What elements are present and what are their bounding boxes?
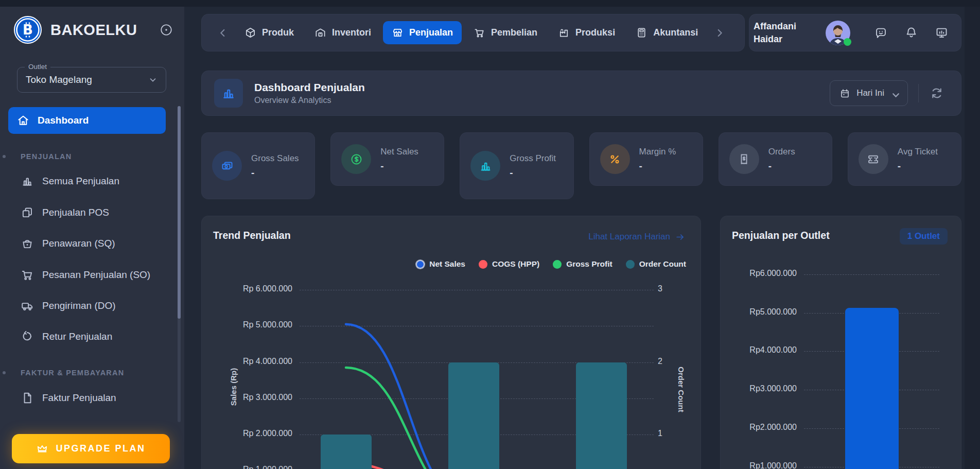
ticket-icon	[859, 144, 888, 174]
outlet-sales-bar	[845, 308, 899, 469]
tab-label: Akuntansi	[653, 27, 698, 38]
sidebar-item-label: Retur Penjualan	[42, 331, 112, 342]
sidebar-item-retur-penjualan[interactable]: Retur Penjualan	[12, 326, 167, 348]
online-status-dot	[844, 38, 851, 46]
tab-penjualan[interactable]: Penjualan	[383, 21, 462, 44]
outlet-ytick: Rp6.000.000	[721, 269, 797, 278]
kpi-card-gross-profit: Gross Profit -	[460, 132, 573, 199]
crown-icon	[36, 443, 48, 455]
kpi-label: Gross Sales	[251, 153, 299, 164]
percent-icon	[600, 144, 630, 174]
user-area: Affandani Haidar	[749, 14, 961, 51]
storefront-icon	[392, 27, 404, 39]
kpi-value: -	[639, 161, 676, 172]
section-bullet	[3, 371, 6, 374]
section-bullet	[3, 155, 6, 158]
trend-order-count-bar	[448, 362, 499, 469]
cart-icon	[474, 27, 485, 39]
kpi-card-margin: Margin % -	[589, 132, 703, 186]
quote-basket-icon	[21, 237, 34, 250]
tab-label: Pembelian	[491, 27, 537, 38]
chevron-down-icon	[148, 75, 157, 84]
date-filter-dropdown[interactable]: Hari Ini	[830, 80, 908, 106]
cart-icon	[21, 268, 34, 282]
kpi-label: Gross Profit	[510, 153, 556, 164]
kpi-card-gross-sales: Gross Sales -	[201, 132, 315, 199]
kpi-label: Avg Ticket	[898, 146, 938, 158]
svg-text:B: B	[23, 22, 33, 38]
kpi-value: -	[251, 167, 299, 179]
sidebar-item-dashboard[interactable]: Dashboard	[8, 107, 166, 134]
section-label: FAKTUR & PEMBAYARAN	[21, 369, 124, 377]
outlet-ytick: Rp4.000.000	[721, 345, 797, 355]
kpi-label: Net Sales	[380, 146, 418, 158]
tab-label: Produk	[262, 27, 294, 38]
kpi-card-net-sales: Net Sales -	[330, 132, 444, 186]
notifications-bell-icon[interactable]	[904, 26, 918, 40]
trend-order-count-bar	[321, 435, 372, 469]
sidebar: B BAKOELKU Outlet Toko Magelang Dashboar…	[0, 0, 184, 469]
tab-pembelian[interactable]: Pembelian	[465, 21, 546, 44]
display-monitor-icon[interactable]	[935, 26, 949, 40]
sidebar-scrollbar-thumb[interactable]	[178, 106, 181, 319]
kpi-value: -	[898, 161, 938, 172]
dollar-circle-icon	[341, 144, 371, 174]
sidebar-item-pengiriman-do[interactable]: Pengiriman (DO)	[12, 295, 167, 317]
kpi-card-avg-ticket: Avg Ticket -	[848, 132, 961, 186]
return-arrow-icon	[21, 330, 34, 343]
section-label: PENJUALAN	[21, 152, 72, 161]
tab-label: Inventori	[332, 27, 371, 38]
outlet-select-value: Toko Magelang	[26, 74, 148, 85]
sidebar-item-label: Faktur Penjualan	[42, 392, 116, 404]
cash-icon	[212, 151, 242, 181]
invoice-file-icon	[21, 391, 34, 405]
trend-order-count-bar	[576, 362, 627, 469]
tabs-scroll-left-icon[interactable]	[217, 27, 229, 39]
home-icon	[16, 114, 30, 127]
outlet-ytick: Rp1.000.000	[721, 461, 797, 469]
kpi-row: Gross Sales - Net Sales - Gross Profit -…	[201, 132, 961, 199]
kpi-value: -	[768, 161, 795, 172]
trend-chart-card: Trend Penjualan Lihat Laporan Harian Net…	[201, 216, 701, 469]
section-faktur-pembayaran: FAKTUR & PEMBAYARAN	[0, 369, 170, 377]
page-scrollbar-track[interactable]	[965, 0, 980, 469]
refresh-icon[interactable]	[929, 85, 944, 101]
pos-copy-icon	[21, 206, 34, 219]
tab-inventori[interactable]: Inventori	[306, 21, 380, 44]
tab-produk[interactable]: Produk	[236, 21, 303, 44]
sidebar-item-label: Pengiriman (DO)	[42, 300, 116, 311]
app-window: B BAKOELKU Outlet Toko Magelang Dashboar…	[0, 0, 980, 469]
tab-label: Produksi	[575, 27, 615, 38]
sidebar-item-semua-penjualan[interactable]: Semua Penjualan	[12, 170, 167, 192]
upgrade-plan-button[interactable]: UPGRADE PLAN	[12, 434, 170, 463]
chevron-down-icon	[890, 90, 898, 97]
outlet-ytick: Rp3.000.000	[721, 384, 797, 393]
sidebar-item-label: Pesanan Penjualan (SO)	[42, 269, 150, 281]
module-tabs-bar: Produk Inventori Penjualan Pembelian Pro…	[201, 14, 745, 51]
sidebar-item-pesanan-penjualan-so[interactable]: Pesanan Penjualan (SO)	[12, 264, 167, 286]
kpi-label: Margin %	[639, 146, 676, 158]
sidebar-item-penawaran-sq[interactable]: Penawaran (SQ)	[12, 233, 167, 254]
page-title: Dashboard Penjualan	[254, 81, 365, 94]
outlet-ytick: Rp2.000.000	[721, 423, 797, 432]
window-top-strip	[0, 0, 980, 7]
trend-plot-area: Rp 6.000.000Rp 5.000.000Rp 4.000.000Rp 3…	[202, 216, 701, 469]
calculator-icon	[636, 27, 647, 39]
feedback-chat-icon[interactable]	[874, 26, 888, 40]
sidebar-item-faktur-penjualan[interactable]: Faktur Penjualan	[12, 387, 167, 409]
tab-produksi[interactable]: Produksi	[549, 21, 624, 44]
tabs-scroll-right-icon[interactable]	[714, 27, 725, 39]
sidebar-item-label: Dashboard	[38, 115, 89, 126]
sidebar-item-penjualan-pos[interactable]: Penjualan POS	[12, 202, 167, 223]
factory-icon	[558, 27, 570, 39]
sidebar-collapse-icon[interactable]	[160, 23, 173, 37]
sidebar-item-label: Penawaran (SQ)	[42, 238, 115, 249]
calendar-icon	[839, 88, 850, 99]
truck-icon	[21, 299, 34, 312]
outlet-ytick: Rp5.000.000	[721, 307, 797, 317]
outlet-plot-area: Rp6.000.000Rp5.000.000Rp4.000.000Rp3.000…	[721, 216, 961, 469]
user-avatar[interactable]	[826, 21, 850, 45]
outlet-select[interactable]: Outlet Toko Magelang	[17, 67, 166, 93]
tab-akuntansi[interactable]: Akuntansi	[627, 21, 707, 44]
outlet-gridline	[804, 274, 939, 275]
